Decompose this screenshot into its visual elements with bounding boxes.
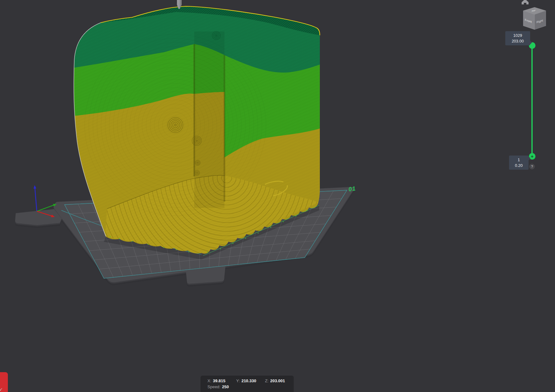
layer-slider-top-badge: 1029 203.00 [505, 31, 530, 45]
x-label: X: [207, 378, 211, 383]
plate-number-label: 01 [348, 185, 356, 193]
status-bar: X:39.815 Y:210.330 Z:203.001 Speed:250 [201, 376, 294, 392]
z-label: Z: [265, 378, 269, 383]
home-button[interactable] [522, 0, 529, 4]
top-layer-number: 1029 [507, 33, 529, 38]
viewport-3d[interactable]: 01TopFrontRight [0, 0, 555, 392]
y-value: 210.330 [241, 378, 256, 383]
speed-label: Speed: [207, 384, 220, 389]
y-label: Y: [236, 378, 240, 383]
slicer-preview-window: 01TopFrontRight 1029 203.00 1 0.20 + ? X… [0, 0, 555, 392]
bottom-layer-height: 0.20 [510, 163, 527, 168]
view-cube[interactable]: TopFrontRight [523, 7, 546, 30]
layer-slider-track[interactable] [531, 45, 533, 156]
layer-slider-bottom-badge: 1 0.20 [509, 156, 529, 170]
speed-value: 250 [222, 384, 229, 389]
resize-arrow-icon: ↙ [0, 387, 3, 392]
z-value: 203.001 [270, 378, 285, 383]
help-button[interactable]: ? [529, 164, 535, 169]
top-layer-height: 203.00 [507, 38, 529, 44]
x-value: 39.815 [213, 378, 225, 383]
bottom-layer-number: 1 [510, 157, 527, 163]
